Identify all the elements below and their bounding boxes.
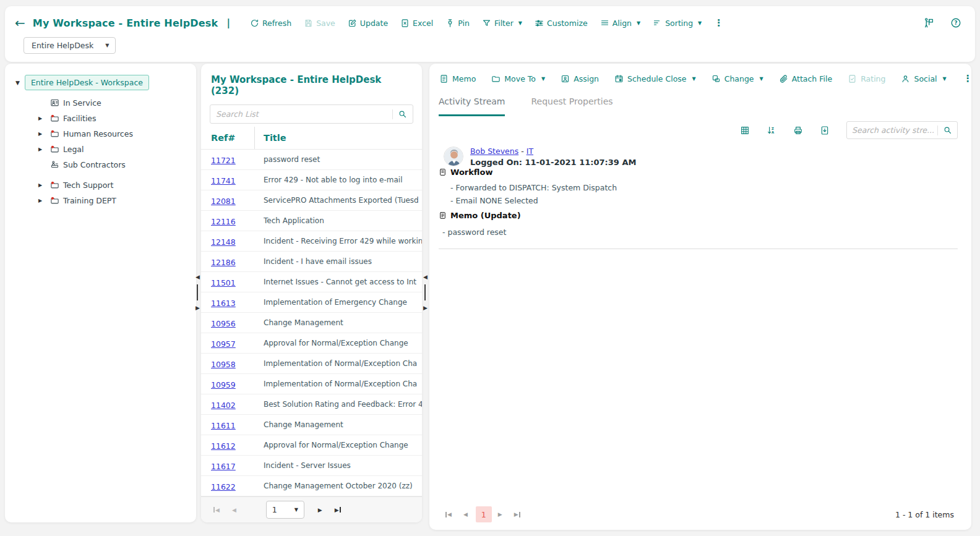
tree-item-tech-support[interactable]: ▶ Tech Support [38, 177, 190, 193]
refresh-button[interactable]: Refresh [250, 19, 291, 28]
table-row[interactable]: 11622 Change Management October 2020 (zz… [201, 476, 422, 496]
schedule-close-button[interactable]: Schedule Close ▼ [614, 74, 696, 83]
request-ref-link[interactable]: 11402 [211, 401, 236, 410]
request-ref-link[interactable]: 12081 [211, 197, 236, 206]
assign-button[interactable]: Assign [561, 74, 599, 83]
list-search-input[interactable] [216, 109, 389, 119]
tree-caret-right-icon[interactable]: ▶ [38, 182, 50, 188]
tree-item-in-service[interactable]: In Service [38, 95, 190, 111]
column-header-title[interactable]: Title [264, 133, 286, 143]
table-row[interactable]: 10959 Implementation of Normal/Exception… [201, 374, 422, 394]
current-page-badge[interactable]: 1 [476, 506, 492, 522]
change-button[interactable]: Change ▼ [711, 74, 763, 83]
detail-more-button[interactable]: ⋮ [963, 73, 973, 84]
request-ref-link[interactable]: 11617 [211, 462, 236, 471]
last-page-button[interactable]: ▶ [335, 507, 341, 513]
column-header-ref[interactable]: Ref# [211, 133, 254, 143]
table-row[interactable]: 11617 Incident - Server Issues [201, 456, 422, 476]
request-ref-link[interactable]: 12116 [211, 217, 236, 226]
collapse-left-icon[interactable]: ◀ [196, 274, 200, 280]
table-row[interactable]: 11611 Change Management [201, 415, 422, 435]
help-icon[interactable]: ? [950, 17, 961, 28]
sorting-button[interactable]: Sorting ▼ [653, 19, 702, 28]
first-page-button[interactable]: ◀ [445, 511, 452, 517]
table-row[interactable]: 12186 Incident - I have email issues [201, 252, 422, 272]
table-row[interactable]: 11741 Error 429 - Not able to log into e… [201, 170, 422, 190]
request-ref-link[interactable]: 11611 [211, 421, 236, 430]
guided-tour-icon[interactable] [923, 17, 934, 28]
sort-za-icon[interactable]: ZA [767, 125, 776, 135]
table-row[interactable]: 10958 Implementation of Normal/Exception… [201, 354, 422, 374]
table-row[interactable]: 11402 Best Solution Rating and Feedback:… [201, 394, 422, 415]
tree-item-facilities[interactable]: ▶ Facilities [38, 111, 190, 126]
request-ref-link[interactable]: 11721 [211, 156, 236, 165]
print-icon[interactable] [793, 125, 803, 135]
table-row[interactable]: 12116 Tech Application [201, 211, 422, 231]
table-row[interactable]: 11721 password reset [201, 150, 422, 170]
filter-button[interactable]: Filter ▼ [482, 19, 522, 28]
tree-item-training-dept[interactable]: ▶ Training DEPT [38, 193, 190, 208]
align-button[interactable]: Align ▼ [600, 19, 641, 28]
save-button[interactable]: Save [304, 19, 335, 28]
update-button[interactable]: Update [348, 19, 388, 28]
tree-caret-right-icon[interactable]: ▶ [38, 147, 50, 152]
tree-caret-right-icon[interactable]: ▶ [38, 131, 50, 137]
export-pdf-icon[interactable] [820, 125, 830, 135]
request-ref-link[interactable]: 10959 [211, 380, 236, 389]
tree-caret-right-icon[interactable]: ▶ [38, 116, 50, 121]
next-page-button[interactable]: ▶ [318, 507, 322, 513]
request-ref-link[interactable]: 10956 [211, 319, 236, 328]
table-row[interactable]: 10957 Approval for Normal/Exception Chan… [201, 333, 422, 354]
attach-file-button[interactable]: Attach File [779, 74, 832, 83]
request-ref-link[interactable]: 11612 [211, 441, 236, 451]
table-row[interactable]: 11612 Approval for Normal/Exception Chan… [201, 435, 422, 456]
tab-activity-stream[interactable]: Activity Stream [439, 96, 505, 116]
previous-page-button[interactable]: ◀ [232, 507, 236, 513]
grid-view-icon[interactable] [740, 125, 750, 135]
request-ref-link[interactable]: 12186 [211, 258, 236, 267]
department-link[interactable]: IT [527, 147, 533, 156]
table-row[interactable]: 11613 Implementation of Emergency Change [201, 292, 422, 313]
back-arrow-icon[interactable]: ← [15, 15, 25, 30]
splitter-handle[interactable] [424, 284, 426, 300]
previous-page-button[interactable]: ◀ [463, 511, 468, 517]
search-icon[interactable] [943, 125, 952, 135]
request-ref-link[interactable]: 11613 [211, 299, 236, 308]
excel-button[interactable]: Excel [400, 19, 433, 28]
rating-button[interactable]: Rating [848, 74, 885, 83]
tree-item-human-resources[interactable]: ▶ Human Resources [38, 126, 190, 142]
user-link[interactable]: Bob Stevens [470, 147, 518, 156]
pin-button[interactable]: Pin [445, 19, 470, 28]
search-icon[interactable] [398, 109, 407, 119]
move-to-button[interactable]: Move To ▼ [491, 74, 545, 83]
tree-expand-caret-icon[interactable]: ▼ [15, 80, 20, 86]
more-actions-button[interactable]: ⋮ [714, 17, 723, 28]
customize-button[interactable]: Customize [535, 19, 588, 28]
page-select[interactable]: 1 ▼ [266, 501, 304, 519]
request-ref-link[interactable]: 12148 [211, 237, 236, 247]
tree-item-legal[interactable]: ▶ Legal [38, 142, 190, 157]
first-page-button[interactable]: ◀ [213, 507, 220, 513]
tree-caret-right-icon[interactable]: ▶ [38, 198, 50, 203]
memo-button[interactable]: Memo [439, 74, 476, 83]
table-row[interactable]: 11501 Internet Issues - Cannot get acces… [201, 272, 422, 292]
request-ref-link[interactable]: 11622 [211, 482, 236, 491]
social-button[interactable]: Social ▼ [901, 74, 946, 83]
tree-root-node[interactable]: Entire HelpDesk - Workspace [25, 75, 149, 90]
table-row[interactable]: 12081 ServicePRO Attachments Exported (T… [201, 190, 422, 211]
tab-request-properties[interactable]: Request Properties [531, 96, 612, 116]
workspace-dropdown[interactable]: Entire HelpDesk ▼ [24, 37, 116, 54]
table-row[interactable]: 12148 Incident - Receiving Error 429 whi… [201, 231, 422, 252]
request-ref-link[interactable]: 11741 [211, 176, 236, 185]
tree-item-sub-contractors[interactable]: Sub Contractors [38, 157, 190, 172]
expand-right-icon[interactable]: ▶ [196, 305, 200, 311]
request-ref-link[interactable]: 10958 [211, 360, 236, 369]
next-page-button[interactable]: ▶ [498, 511, 502, 517]
last-page-button[interactable]: ▶ [514, 511, 520, 517]
table-row[interactable]: 10956 Change Management [201, 313, 422, 333]
request-ref-link[interactable]: 11501 [211, 278, 236, 287]
activity-search-input[interactable] [852, 125, 934, 135]
expand-right-icon[interactable]: ▶ [423, 305, 428, 311]
splitter-handle[interactable] [197, 284, 198, 300]
request-ref-link[interactable]: 10957 [211, 339, 236, 349]
